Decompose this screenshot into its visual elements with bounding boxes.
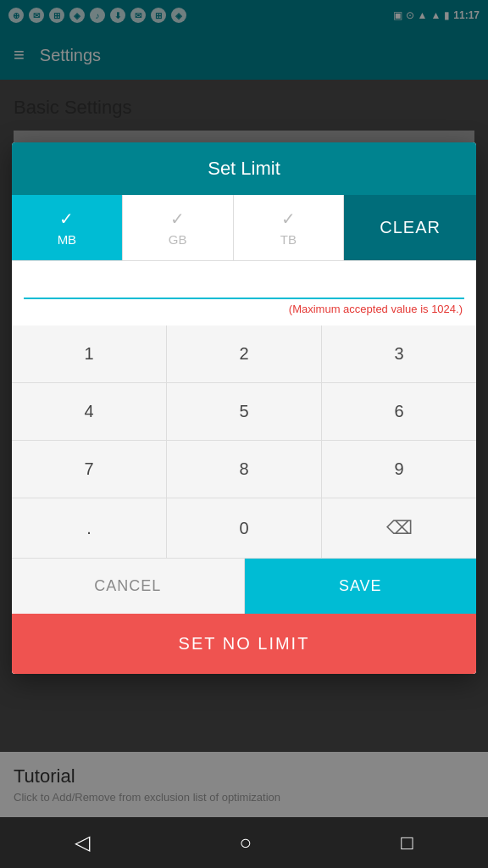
key-6[interactable]: 6 [322,383,476,440]
key-backspace[interactable]: ⌫ [322,498,476,558]
key-1[interactable]: 1 [12,326,166,382]
dialog-header: Set Limit [12,142,476,195]
key-dot[interactable]: . [12,498,166,558]
mb-button[interactable]: ✓ MB [12,195,123,260]
numpad: 1 2 3 4 5 6 7 8 9 . 0 ⌫ [12,326,476,558]
tb-button[interactable]: ✓ TB [234,195,345,260]
home-button[interactable]: ○ [219,824,272,861]
dialog-actions: CANCEL SAVE [12,558,476,614]
tb-label: TB [280,232,297,247]
unit-selector: ✓ MB ✓ GB ✓ TB CLEAR [12,195,476,261]
mb-check-icon: ✓ [59,209,74,229]
back-button[interactable]: ◁ [54,824,110,861]
dialog-title: Set Limit [208,158,280,179]
set-limit-dialog: Set Limit ✓ MB ✓ GB ✓ TB CLEAR (Maximu [12,142,476,674]
gb-label: GB [169,232,187,247]
key-7[interactable]: 7 [12,441,166,498]
key-2[interactable]: 2 [167,326,321,382]
dialog-body: ✓ MB ✓ GB ✓ TB CLEAR (Maximum accepted v… [12,195,476,674]
no-limit-button[interactable]: SET NO LIMIT [12,614,476,674]
cancel-button[interactable]: CANCEL [12,559,245,614]
key-5[interactable]: 5 [167,383,321,440]
clear-label: CLEAR [380,218,441,237]
input-area: (Maximum accepted value is 1024.) [12,261,476,326]
gb-button[interactable]: ✓ GB [123,195,234,260]
max-note: (Maximum accepted value is 1024.) [24,299,464,322]
key-9[interactable]: 9 [322,441,476,498]
key-0[interactable]: 0 [167,498,321,558]
limit-input[interactable] [24,270,464,299]
clear-button[interactable]: CLEAR [344,195,476,260]
save-button[interactable]: SAVE [245,559,477,614]
bottom-nav: ◁ ○ □ [0,817,488,868]
key-4[interactable]: 4 [12,383,166,440]
gb-check-icon: ✓ [170,209,185,229]
recent-button[interactable]: □ [380,824,434,861]
key-8[interactable]: 8 [167,441,321,498]
tb-check-icon: ✓ [281,209,296,229]
key-3[interactable]: 3 [322,326,476,382]
mb-label: MB [58,232,77,247]
